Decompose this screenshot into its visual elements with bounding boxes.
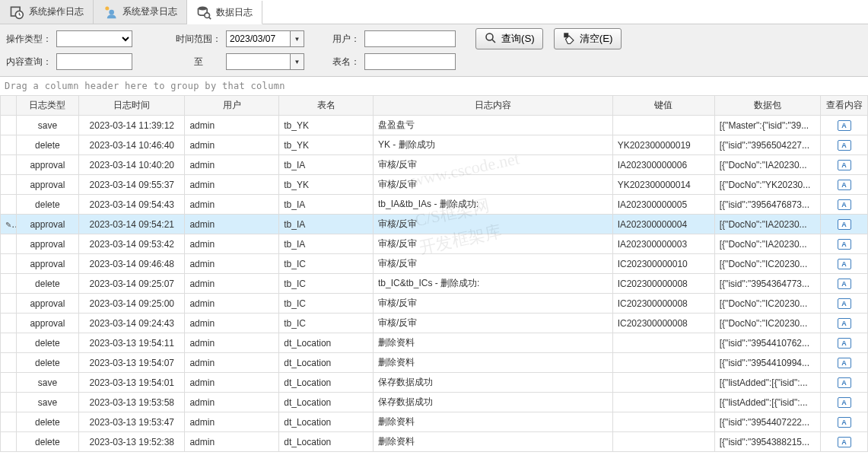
cell-key [612,353,714,373]
table-row[interactable]: delete2023-03-14 10:46:40admintb_YKYK - … [1,135,868,155]
cell-view: A [821,234,868,254]
cell-pkg: [{"DocNo":"IA20230... [714,234,820,254]
button-label: 清空(E) [580,32,613,46]
table-row[interactable]: approval2023-03-14 09:55:37admintb_YK审核/… [1,175,868,195]
cell-content: 审核/反审 [374,314,613,333]
col-view[interactable]: 查看内容 [821,96,868,116]
cell-user: admin [185,135,279,155]
content-query-input[interactable] [56,53,132,70]
table-row[interactable]: save2023-03-13 19:54:01admindt_Location保… [1,373,868,393]
time-range-label: 时间范围： [176,33,221,46]
clear-button[interactable]: 清空(E) [554,28,622,49]
row-indicator [1,353,17,373]
col-user[interactable]: 用户 [185,96,279,116]
cell-type: save [16,393,79,412]
view-content-button[interactable]: A [838,437,851,447]
cell-key: IC202300000008 [612,274,714,294]
table-input[interactable] [364,53,456,70]
cell-user: admin [185,432,279,452]
table-row[interactable]: approval2023-03-14 09:25:00admintb_IC审核/… [1,294,868,314]
cell-key [612,393,714,412]
table-row[interactable]: delete2023-03-13 19:54:07admindt_Locatio… [1,353,868,373]
cell-table: tb_IC [279,274,374,294]
search-button[interactable]: 查询(S) [475,28,543,49]
cell-time: 2023-03-13 19:52:38 [79,432,185,452]
cell-view: A [821,333,868,353]
table-row[interactable]: ✎approval2023-03-14 09:54:21admintb_IA审核… [1,215,868,234]
col-indicator[interactable] [1,96,17,116]
cell-key: IC202300000008 [612,294,714,314]
col-pkg[interactable]: 数据包 [714,96,820,116]
cell-time: 2023-03-14 09:25:07 [79,274,185,294]
view-content-button[interactable]: A [838,140,851,151]
view-content-button[interactable]: A [838,397,851,408]
cell-time: 2023-03-13 19:54:07 [79,353,185,373]
row-indicator [1,373,17,393]
cell-content: 删除资料 [374,333,613,353]
cell-view: A [821,353,868,373]
table-row[interactable]: delete2023-03-14 09:25:07admintb_ICtb_IC… [1,274,868,294]
cell-view: A [821,294,868,314]
cell-pkg: [{"DocNo":"YK20230... [714,175,820,195]
col-table[interactable]: 表名 [279,96,374,116]
view-content-button[interactable]: A [838,377,851,388]
view-content-button[interactable]: A [838,259,851,269]
date-from-input[interactable] [226,30,291,47]
table-row[interactable]: delete2023-03-13 19:54:11admindt_Locatio… [1,333,868,353]
svg-point-2 [105,6,109,10]
tab-login-log[interactable]: 系统登录日志 [94,0,187,24]
view-content-button[interactable]: A [838,199,851,210]
cell-content: 审核/反审 [374,215,613,234]
cell-time: 2023-03-14 09:55:37 [79,175,185,195]
view-content-button[interactable]: A [838,338,851,349]
cell-pkg: [{"DocNo":"IC20230... [714,294,820,314]
view-content-button[interactable]: A [838,318,851,329]
col-type[interactable]: 日志类型 [16,96,79,116]
view-content-button[interactable]: A [838,358,851,368]
col-key[interactable]: 键值 [612,96,714,116]
tab-data-log[interactable]: 数据日志 [187,1,262,24]
group-by-hint[interactable]: Drag a column header here to group by th… [0,77,868,95]
view-content-button[interactable]: A [838,120,851,131]
cell-user: admin [185,373,279,393]
table-row[interactable]: delete2023-03-14 09:54:43admintb_IAtb_IA… [1,195,868,215]
cell-table: tb_YK [279,116,374,135]
cell-user: admin [185,294,279,314]
table-row[interactable]: approval2023-03-14 10:40:20admintb_IA审核/… [1,155,868,175]
table-row[interactable]: save2023-03-13 19:53:58admindt_Location保… [1,393,868,412]
cell-time: 2023-03-14 09:54:21 [79,215,185,234]
table-row[interactable]: approval2023-03-14 09:24:43admintb_IC审核/… [1,314,868,333]
table-row[interactable]: delete2023-03-13 19:53:47admindt_Locatio… [1,412,868,432]
col-content[interactable]: 日志内容 [374,96,613,116]
col-time[interactable]: 日志时间 [79,96,185,116]
row-indicator [1,254,17,274]
user-input[interactable] [364,30,456,47]
cell-user: admin [185,175,279,195]
cell-user: admin [185,254,279,274]
view-content-button[interactable]: A [838,160,851,170]
view-content-button[interactable]: A [838,219,851,230]
table-row[interactable]: approval2023-03-14 09:46:48admintb_IC审核/… [1,254,868,274]
view-content-button[interactable]: A [838,279,851,289]
date-to-dropdown[interactable]: ▼ [291,53,304,70]
op-type-select[interactable] [56,30,132,47]
table-row[interactable]: approval2023-03-14 09:53:42admintb_IA审核/… [1,234,868,254]
view-content-button[interactable]: A [838,239,851,250]
cell-type: delete [16,432,79,452]
table-row[interactable]: save2023-03-14 11:39:12admintb_YK盘盈盘亏[{"… [1,116,868,135]
cell-pkg: [{"isid":"3956504227... [714,135,820,155]
cell-key [612,333,714,353]
cell-type: delete [16,412,79,432]
table-row[interactable]: delete2023-03-13 19:52:38admindt_Locatio… [1,432,868,452]
view-content-button[interactable]: A [838,417,851,428]
cell-pkg: [{"DocNo":"IA20230... [714,215,820,234]
cell-type: approval [16,294,79,314]
date-from-dropdown[interactable]: ▼ [291,30,304,47]
view-content-button[interactable]: A [838,180,851,190]
row-indicator [1,155,17,175]
view-content-button[interactable]: A [838,298,851,309]
cell-pkg: [{"listAdded":[{"isid":... [714,373,820,393]
tab-operation-log[interactable]: 系统操作日志 [0,0,94,24]
cell-table: tb_IC [279,294,374,314]
date-to-input[interactable] [226,53,291,70]
